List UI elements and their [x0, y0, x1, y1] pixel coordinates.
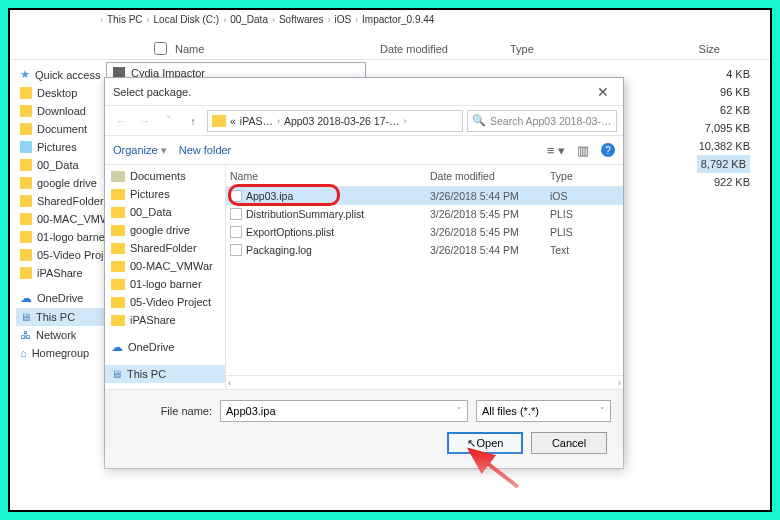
- folder-icon: [111, 279, 125, 290]
- file-icon: [230, 244, 242, 256]
- file-row[interactable]: DistributionSummary.plist 3/26/2018 5:45…: [226, 205, 623, 223]
- open-button[interactable]: ↖ Open: [447, 432, 523, 454]
- close-button[interactable]: ✕: [591, 84, 615, 100]
- up-button[interactable]: ↑: [183, 111, 203, 131]
- desktop-icon: [20, 87, 32, 99]
- column-headers[interactable]: Name Date modified Type Size: [10, 38, 770, 60]
- select-all-checkbox[interactable]: [154, 42, 167, 55]
- new-folder-button[interactable]: New folder: [179, 144, 232, 156]
- preview-pane-button[interactable]: ▥: [577, 143, 589, 158]
- pictures-icon: [20, 141, 32, 153]
- file-row[interactable]: ExportOptions.plist 3/26/2018 5:45 PM PL…: [226, 223, 623, 241]
- network-icon: 🖧: [20, 329, 31, 341]
- open-file-dialog: Select package. ✕ ← → ˅ ↑ « iPAS… › App0…: [104, 77, 624, 469]
- folder-icon: [20, 105, 32, 117]
- cancel-button[interactable]: Cancel: [531, 432, 607, 454]
- folder-icon: [20, 159, 32, 171]
- folder-icon: [20, 213, 32, 225]
- search-input[interactable]: 🔍 Search App03 2018-03-26 17-…: [467, 110, 617, 132]
- help-button[interactable]: ?: [601, 143, 615, 157]
- folder-icon: [20, 267, 32, 279]
- file-icon: [230, 190, 242, 202]
- size-column: 4 KB 96 KB 62 KB 7,095 KB 10,382 KB 8,79…: [697, 65, 750, 191]
- chevron-down-icon[interactable]: ˅: [600, 406, 605, 416]
- folder-icon: [111, 225, 125, 236]
- folder-icon: [20, 177, 32, 189]
- dialog-title: Select package.: [113, 86, 591, 98]
- filetype-filter[interactable]: All files (*.*) ˅: [476, 400, 611, 422]
- pc-icon: 🖥: [20, 311, 31, 323]
- folder-icon: [111, 171, 125, 182]
- folder-icon: [20, 123, 32, 135]
- forward-button[interactable]: →: [135, 111, 155, 131]
- file-row[interactable]: Packaging.log 3/26/2018 5:44 PM Text: [226, 241, 623, 259]
- pc-icon: 🖥: [111, 368, 122, 380]
- folder-icon: [212, 115, 226, 127]
- folder-icon: [20, 249, 32, 261]
- address-bar[interactable]: « iPAS… › App03 2018-03-26 17-… ›: [207, 110, 463, 132]
- filename-input[interactable]: App03.ipa ˅: [220, 400, 468, 422]
- folder-icon: [20, 231, 32, 243]
- folder-icon: [111, 243, 125, 254]
- cloud-icon: ☁: [20, 291, 32, 305]
- recent-dropdown[interactable]: ˅: [159, 111, 179, 131]
- file-row[interactable]: App03.ipa 3/26/2018 5:44 PM iOS: [226, 187, 623, 205]
- folder-icon: [111, 315, 125, 326]
- folder-icon: [111, 207, 125, 218]
- back-button[interactable]: ←: [111, 111, 131, 131]
- scrollbar[interactable]: ‹›: [226, 375, 623, 389]
- file-icon: [230, 226, 242, 238]
- folder-icon: [20, 195, 32, 207]
- folder-icon: [111, 189, 125, 200]
- cloud-icon: ☁: [111, 340, 123, 354]
- star-icon: ★: [20, 68, 30, 81]
- file-list-header[interactable]: Name Date modified Type: [226, 165, 623, 187]
- search-icon: 🔍: [472, 114, 486, 127]
- chevron-down-icon[interactable]: ˅: [457, 406, 462, 416]
- breadcrumb[interactable]: ›This PC ›Local Disk (C:) ›00_Data ›Soft…: [100, 14, 434, 25]
- file-icon: [230, 208, 242, 220]
- folder-icon: [111, 297, 125, 308]
- view-options-button[interactable]: ≡ ▾: [547, 143, 565, 158]
- homegroup-icon: ⌂: [20, 347, 27, 359]
- organize-menu[interactable]: Organize ▾: [113, 144, 167, 157]
- cursor-icon: ↖: [467, 437, 476, 450]
- dialog-nav-tree[interactable]: Documents Pictures 00_Data google drive …: [105, 165, 225, 389]
- folder-icon: [111, 261, 125, 272]
- filename-label: File name:: [117, 405, 212, 417]
